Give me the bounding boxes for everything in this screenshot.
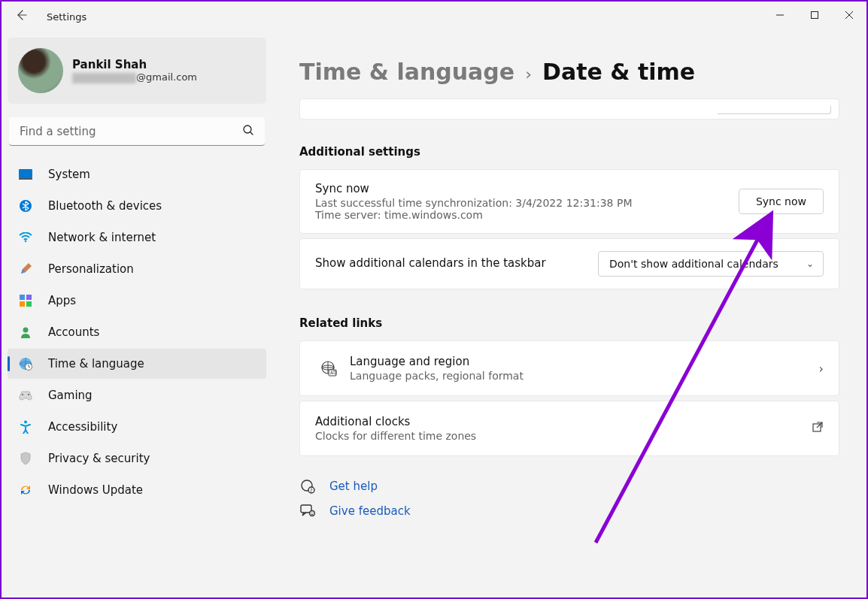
svg-point-18 [22, 394, 23, 395]
window-title: Settings [47, 11, 86, 23]
additional-clocks-link[interactable]: Additional clocks Clocks for different t… [299, 401, 839, 456]
search-container [9, 117, 265, 146]
additional-calendars-card: Show additional calendars in the taskbar… [299, 238, 839, 289]
link-sub: Clocks for different time zones [315, 430, 812, 442]
sidebar-item-label: Accounts [48, 325, 99, 339]
sidebar-item-label: Gaming [48, 389, 93, 402]
sidebar-item-label: Apps [48, 294, 76, 307]
svg-rect-12 [20, 301, 25, 307]
svg-point-30 [310, 511, 315, 516]
svg-text:A字: A字 [330, 370, 337, 375]
sidebar-item-time-language[interactable]: Time & language [8, 349, 266, 379]
open-external-icon [812, 421, 824, 436]
sidebar-item-label: Bluetooth & devices [48, 199, 162, 213]
get-help-link[interactable]: ? Get help [299, 479, 839, 494]
avatar [18, 48, 63, 93]
sidebar-item-accounts[interactable]: Accounts [8, 317, 266, 347]
sync-now-button[interactable]: Sync now [739, 189, 824, 214]
update-icon [18, 483, 33, 498]
link-title: Additional clocks [315, 415, 812, 428]
link-title: Language and region [350, 355, 819, 368]
person-icon [18, 325, 33, 340]
breadcrumb-current: Date & time [542, 59, 695, 85]
language-region-link[interactable]: A字 Language and region Language packs, r… [299, 340, 839, 396]
accessibility-icon [18, 419, 33, 434]
shield-icon [18, 451, 33, 466]
svg-rect-1 [812, 12, 818, 19]
paintbrush-icon [18, 262, 33, 277]
sidebar-item-privacy[interactable]: Privacy & security [8, 443, 266, 473]
sidebar-item-personalization[interactable]: Personalization [8, 254, 266, 284]
back-button[interactable] [15, 9, 30, 24]
minimize-button[interactable] [763, 2, 797, 29]
svg-text:?: ? [310, 488, 313, 494]
user-name: Pankil Shah [72, 58, 197, 71]
svg-point-14 [23, 328, 29, 333]
chevron-right-icon: › [525, 65, 532, 83]
wifi-icon [18, 230, 33, 245]
breadcrumb-parent[interactable]: Time & language [299, 59, 514, 85]
sync-now-card: Sync now Last successful time synchroniz… [299, 169, 839, 234]
svg-point-31 [311, 512, 311, 513]
sync-server: Time server: time.windows.com [315, 209, 739, 221]
sidebar-item-network[interactable]: Network & internet [8, 222, 266, 253]
gamepad-icon [18, 388, 33, 403]
sidebar-item-apps[interactable]: Apps [8, 286, 266, 316]
chevron-down-icon: ⌄ [806, 259, 814, 269]
sidebar-item-label: System [48, 168, 90, 181]
svg-point-20 [24, 421, 27, 424]
link-sub: Language packs, regional format [350, 370, 819, 382]
sidebar-item-accessibility[interactable]: Accessibility [8, 412, 266, 442]
bluetooth-icon [18, 198, 33, 213]
sidebar-item-system[interactable]: System [8, 159, 266, 189]
sidebar-item-label: Privacy & security [48, 452, 150, 465]
search-input[interactable] [9, 117, 265, 146]
sidebar-item-label: Time & language [48, 357, 144, 371]
feedback-icon [299, 504, 316, 518]
user-card[interactable]: Pankil Shah @gmail.com [8, 38, 266, 104]
section-related-links: Related links [299, 316, 839, 330]
give-feedback-link[interactable]: Give feedback [299, 504, 839, 518]
sidebar-item-windows-update[interactable]: Windows Update [8, 475, 266, 505]
svg-rect-11 [26, 295, 32, 300]
sidebar-item-gaming[interactable]: Gaming [8, 380, 266, 410]
globe-clock-icon [18, 356, 33, 371]
sidebar-item-label: Accessibility [48, 420, 117, 434]
svg-line-5 [250, 132, 253, 135]
system-icon [18, 167, 33, 182]
search-icon [242, 124, 254, 139]
svg-point-9 [25, 241, 26, 242]
sync-last: Last successful time synchronization: 3/… [315, 197, 739, 209]
user-email: @gmail.com [72, 71, 197, 83]
sidebar-item-label: Network & internet [48, 231, 156, 244]
svg-rect-7 [19, 178, 32, 180]
sidebar-item-bluetooth[interactable]: Bluetooth & devices [8, 191, 266, 221]
svg-point-4 [244, 126, 251, 133]
calendars-label: Show additional calendars in the taskbar [315, 256, 598, 270]
svg-rect-13 [26, 301, 32, 307]
apps-icon [18, 293, 33, 308]
sidebar-item-label: Windows Update [48, 483, 143, 497]
maximize-button[interactable] [797, 2, 832, 29]
globe-language-icon: A字 [315, 360, 342, 377]
chevron-right-icon: › [819, 362, 824, 376]
sync-title: Sync now [315, 182, 739, 195]
calendars-select[interactable]: Don't show additional calendars ⌄ [598, 251, 824, 277]
close-button[interactable] [832, 2, 866, 29]
svg-rect-6 [19, 169, 32, 178]
help-icon: ? [299, 479, 316, 494]
collapsed-card [299, 98, 839, 119]
svg-point-32 [313, 512, 314, 513]
sidebar-item-label: Personalization [48, 262, 134, 276]
section-additional-settings: Additional settings [299, 145, 839, 159]
svg-rect-10 [20, 295, 25, 300]
svg-point-19 [28, 394, 29, 395]
